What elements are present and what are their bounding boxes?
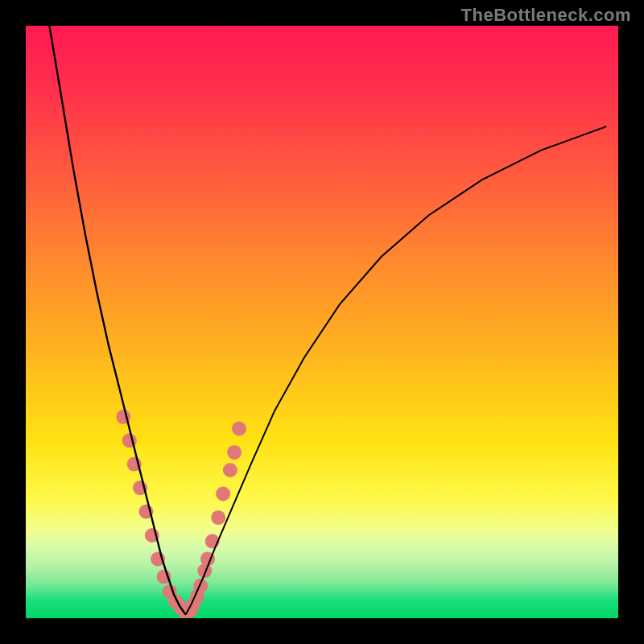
right-curve [186,126,607,615]
plot-area [26,26,618,618]
watermark-text: TheBottleneck.com [461,5,631,26]
marker-dots [116,410,246,618]
left-curve [49,26,185,615]
marker-dot [227,445,242,460]
marker-dot [211,510,225,525]
marker-dot [193,579,208,593]
marker-dot [232,422,246,436]
marker-dot [223,463,237,477]
chart-frame: TheBottleneck.com [0,0,644,644]
curve-layer [26,26,618,618]
marker-dot [216,486,230,501]
